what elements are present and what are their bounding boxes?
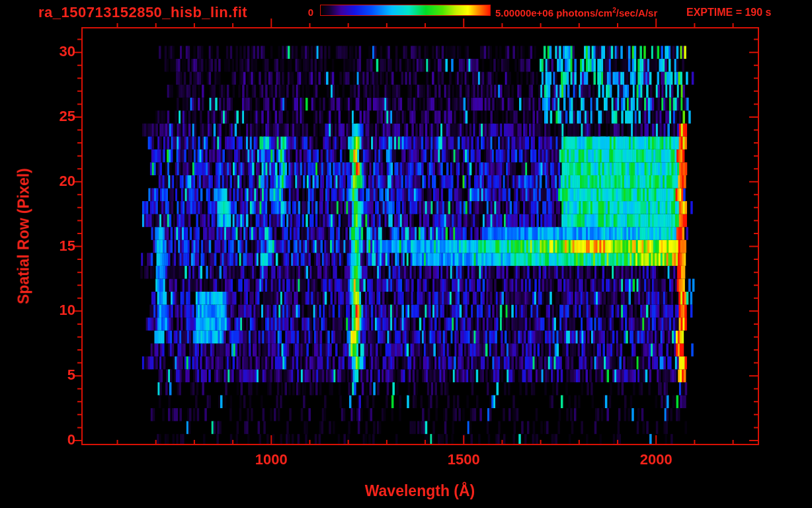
y-tick-label-15: 15 <box>46 237 75 255</box>
y-tick-label-5: 5 <box>46 367 75 384</box>
colorbar-max-value: 5.00000e+06 photons/cm <box>495 7 612 19</box>
spectral-image-window: { "header": { "title": "ra_150713152850_… <box>0 0 812 508</box>
y-tick-label-0: 0 <box>46 431 75 448</box>
spectrogram-canvas <box>0 0 812 508</box>
y-axis-title: Spatial Row (Pixel) <box>15 168 33 304</box>
colorbar-min-label: 0 <box>296 7 313 18</box>
colorbar-gradient <box>321 5 490 15</box>
y-tick-label-10: 10 <box>46 302 75 319</box>
exptime-label: EXPTIME = 190 s <box>686 7 772 19</box>
x-tick-label-1500: 1500 <box>448 451 480 468</box>
colorbar <box>320 5 491 16</box>
y-tick-label-30: 30 <box>46 44 75 61</box>
colorbar-max-units: /sec/A/sr <box>616 7 658 19</box>
x-tick-label-2000: 2000 <box>640 451 672 468</box>
colorbar-max-label: 5.00000e+06 photons/cm2/sec/A/sr <box>495 7 657 19</box>
x-tick-label-1000: 1000 <box>255 451 288 468</box>
x-axis-title: Wavelength (Å) <box>365 482 475 500</box>
y-tick-label-20: 20 <box>46 173 75 190</box>
file-title: ra_150713152850_hisb_lin.fit <box>38 4 247 21</box>
y-tick-label-25: 25 <box>46 108 75 125</box>
